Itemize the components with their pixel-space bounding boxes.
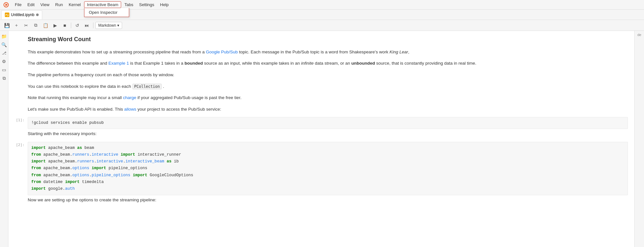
open-inspector-item[interactable]: Open Inspector xyxy=(84,8,129,17)
sidebar-settings-icon[interactable]: ⚙ xyxy=(1,58,8,65)
run-button[interactable]: ▶ xyxy=(51,21,59,30)
menu-settings[interactable]: Settings xyxy=(137,2,157,8)
cell-content-pcoll: You can use this notebook to explore the… xyxy=(28,83,634,93)
cell-number-bounded xyxy=(8,60,28,61)
menu-bar: File Edit View Run Kernel Interactive Be… xyxy=(0,0,644,10)
sidebar-notebook-icon[interactable]: ▭ xyxy=(1,66,8,73)
code-block-1[interactable]: !gcloud services enable pubsub xyxy=(28,117,628,129)
notebook-icon: Py xyxy=(5,13,9,17)
example1-link[interactable]: Example 1 xyxy=(108,61,129,66)
save-button[interactable]: 💾 xyxy=(3,21,11,30)
cell-content-1[interactable]: !gcloud services enable pubsub xyxy=(28,117,634,129)
menu-interactive-beam[interactable]: Interactive Beam xyxy=(84,1,121,8)
markdown-cell-intro: This example demonstrates how to set up … xyxy=(8,48,634,59)
code-1-text: !gcloud services enable pubsub xyxy=(31,121,104,125)
intro-paragraph: This example demonstrates how to set up … xyxy=(28,49,628,56)
toolbar-divider-2 xyxy=(93,23,93,28)
cell-type-dropdown[interactable]: Markdown ▾ xyxy=(95,22,122,29)
tab-unsaved-indicator xyxy=(36,14,39,16)
heading-text: Streaming Word Count xyxy=(28,35,628,44)
markdown-cell-options: Now we are setting up the options to cre… xyxy=(8,196,634,207)
cell-number-pubsub xyxy=(8,106,28,107)
fast-forward-button[interactable]: ⏭ xyxy=(83,21,91,30)
cell-number-heading xyxy=(8,35,28,36)
cell-content-heading: Streaming Word Count xyxy=(28,35,634,47)
markdown-cell-charge: Note that running this example may incur… xyxy=(8,94,634,105)
right-col-label: de xyxy=(637,33,641,37)
svg-marker-1 xyxy=(5,4,8,6)
markdown-cell-freq: The pipeline performs a frequency count … xyxy=(8,71,634,82)
cell-content-options: Now we are setting up the options to cre… xyxy=(28,197,634,207)
notebook-tab[interactable]: Py Untitled.ipynb xyxy=(1,10,42,19)
code-block-2[interactable]: import apache_beam as beam from apache_b… xyxy=(28,142,628,196)
left-sidebar: 📁 🔍 ⎇ ⚙ ▭ ⧉ xyxy=(0,31,8,247)
markdown-cell-bounded: The difference between this example and … xyxy=(8,59,634,71)
menu-help[interactable]: Help xyxy=(158,2,171,8)
freq-paragraph: The pipeline performs a frequency count … xyxy=(28,71,628,78)
menu-file[interactable]: File xyxy=(12,2,24,8)
sidebar-extensions-icon[interactable]: ⧉ xyxy=(1,75,8,82)
cell-type-label: Markdown xyxy=(98,23,116,28)
king-lear-text: King Lear xyxy=(389,50,408,54)
charge-link[interactable]: charge xyxy=(123,95,136,100)
cut-button[interactable]: ✂ xyxy=(22,21,30,30)
pcollection-code: PCollection xyxy=(132,84,162,89)
paste-button[interactable]: 📋 xyxy=(41,21,50,30)
unbounded-bold: unbounded xyxy=(351,61,375,66)
toolbar: 💾 ＋ ✂ ⧉ 📋 ▶ ■ ↺ ⏭ Markdown ▾ xyxy=(0,20,644,31)
markdown-cell-pubsub: Let's make sure the Pub/Sub API is enabl… xyxy=(8,105,634,117)
cell-number-charge xyxy=(8,94,28,95)
add-cell-button[interactable]: ＋ xyxy=(12,21,21,30)
code-cell-2[interactable]: [2]: import apache_beam as beam from apa… xyxy=(8,141,634,196)
cell-content-charge: Note that running this example may incur… xyxy=(28,94,634,105)
menu-kernel[interactable]: Kernel xyxy=(66,2,83,8)
charge-paragraph: Note that running this example may incur… xyxy=(28,94,628,101)
cell-content-intro: This example demonstrates how to set up … xyxy=(28,49,634,59)
cell-number-options xyxy=(8,197,28,197)
cell-content-pubsub: Let's make sure the Pub/Sub API is enabl… xyxy=(28,106,634,116)
tab-name: Untitled.ipynb xyxy=(11,13,34,17)
toolbar-divider-1 xyxy=(71,23,71,28)
pcoll-paragraph: You can use this notebook to explore the… xyxy=(28,83,628,90)
cell-number-2: [2]: xyxy=(8,142,28,147)
notebook-area[interactable]: Streaming Word Count This example demons… xyxy=(8,31,634,247)
cell-number-1: [1]: xyxy=(8,117,28,122)
interactive-beam-dropdown: Open Inspector xyxy=(84,8,129,17)
cell-content-2[interactable]: import apache_beam as beam from apache_b… xyxy=(28,142,634,196)
allows-link[interactable]: allows xyxy=(124,107,137,112)
bounded-bold: bounded xyxy=(185,61,203,66)
sidebar-files-icon[interactable]: 📁 xyxy=(1,33,8,40)
cell-number-pcoll xyxy=(8,83,28,84)
pubsub-paragraph: Let's make sure the Pub/Sub API is enabl… xyxy=(28,106,628,113)
code-cell-1[interactable]: [1]: !gcloud services enable pubsub xyxy=(8,116,634,130)
markdown-cell-pcoll: You can use this notebook to explore the… xyxy=(8,82,634,94)
restart-button[interactable]: ↺ xyxy=(73,21,82,30)
cell-content-imports: Starting with the necessary imports: xyxy=(28,130,634,141)
cell-number-imports xyxy=(8,130,28,131)
main-layout: 📁 🔍 ⎇ ⚙ ▭ ⧉ Streaming Word Count This ex… xyxy=(0,31,644,247)
sidebar-git-icon[interactable]: ⎇ xyxy=(1,50,8,57)
markdown-cell-heading: Streaming Word Count xyxy=(8,34,634,48)
sidebar-search-icon[interactable]: 🔍 xyxy=(1,41,8,48)
pubsub-link[interactable]: Google Pub/Sub xyxy=(206,50,238,54)
bounded-paragraph: The difference between this example and … xyxy=(28,60,628,67)
menu-edit[interactable]: Edit xyxy=(25,2,37,8)
dropdown-chevron-icon: ▾ xyxy=(117,23,119,28)
infinite-italic: infinite xyxy=(301,61,313,66)
copy-button[interactable]: ⧉ xyxy=(32,21,40,30)
menu-interactive-beam-container: Interactive Beam Open Inspector xyxy=(84,1,121,8)
cell-number-intro xyxy=(8,49,28,50)
cell-content-bounded: The difference between this example and … xyxy=(28,60,634,70)
menu-run[interactable]: Run xyxy=(53,2,65,8)
options-paragraph: Now we are setting up the options to cre… xyxy=(28,197,628,204)
cell-content-freq: The pipeline performs a frequency count … xyxy=(28,71,634,82)
stop-button[interactable]: ■ xyxy=(61,21,69,30)
cell-number-freq xyxy=(8,71,28,72)
app-logo xyxy=(3,1,10,8)
menu-tabs[interactable]: Tabs xyxy=(122,2,136,8)
right-column: de xyxy=(634,31,644,247)
markdown-cell-imports: Starting with the necessary imports: xyxy=(8,130,634,141)
menu-view[interactable]: View xyxy=(38,2,52,8)
imports-paragraph: Starting with the necessary imports: xyxy=(28,130,628,137)
